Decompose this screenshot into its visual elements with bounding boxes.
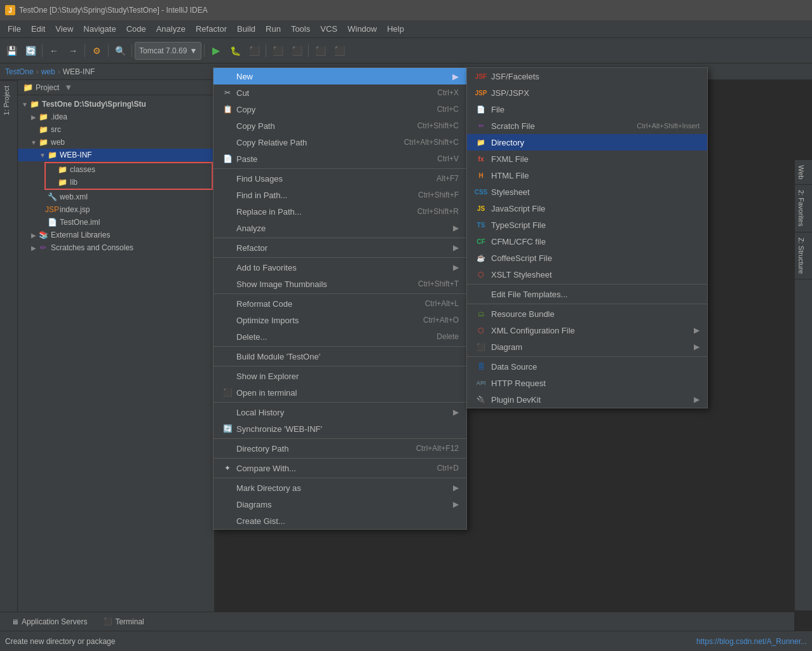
tree-item-testOne[interactable]: ▼ 📁 TestOne D:\Study\Spring\Stu	[18, 98, 214, 111]
ctx-diagrams-label: Diagrams	[236, 500, 450, 509]
tomcat-dropdown[interactable]: Tomcat 7.0.69 ▼	[135, 42, 201, 60]
ctx-reformat[interactable]: Reformat Code Ctrl+Alt+L	[213, 295, 466, 312]
forward-btn[interactable]: →	[64, 42, 82, 60]
sub-ts[interactable]: TS TypeScript File	[467, 217, 707, 233]
project-dropdown-arrow[interactable]: ▼	[64, 83, 72, 92]
sub-xslt[interactable]: ⬡ XSLT Stylesheet	[467, 266, 707, 283]
menu-edit[interactable]: Edit	[26, 22, 50, 36]
ctx-show-thumbnails[interactable]: Show Image Thumbnails Ctrl+Shift+T	[213, 276, 466, 292]
ctx-find-in-path[interactable]: Find in Path... Ctrl+Shift+F	[213, 187, 466, 203]
ctx-replace-in-path[interactable]: Replace in Path... Ctrl+Shift+R	[213, 203, 466, 220]
sub-cfml[interactable]: CF CFML/CFC file	[467, 233, 707, 250]
sub-edit-templates[interactable]: Edit File Templates...	[467, 286, 707, 302]
build-btn[interactable]: ⚙	[88, 42, 105, 60]
ctx-open-terminal[interactable]: ⬛ Open in terminal	[213, 384, 466, 401]
sub-data-source[interactable]: 🗄 Data Source	[467, 358, 707, 375]
ctx-find-usages-shortcut: Alt+F7	[436, 174, 459, 183]
ctx-compare[interactable]: ✦ Compare With... Ctrl+D	[213, 460, 466, 476]
ctx-paste[interactable]: 📄 Paste Ctrl+V	[213, 151, 466, 167]
menu-file[interactable]: File	[3, 22, 26, 36]
menu-refactor[interactable]: Refactor	[191, 22, 232, 36]
tree-item-web[interactable]: ▼ 📁 web	[18, 136, 214, 149]
thumbnails-icon	[221, 279, 234, 289]
ctx-copy-path[interactable]: Copy Path Ctrl+Shift+C	[213, 117, 466, 134]
more-btn[interactable]: ⬛	[311, 42, 329, 60]
sub-diagram[interactable]: ⬛ Diagram ▶	[467, 339, 707, 355]
ctx-cut[interactable]: ✂ Cut Ctrl+X	[213, 84, 466, 101]
profile-btn[interactable]: ⬛	[288, 42, 306, 60]
sub-fxml[interactable]: fx FXML File	[467, 151, 707, 167]
sub-plugin[interactable]: 🔌 Plugin DevKit ▶	[467, 391, 707, 408]
right-tab-structure[interactable]: Z: Structure	[795, 232, 812, 279]
vcs-btn[interactable]: ⬛	[330, 42, 348, 60]
ctx-create-gist[interactable]: Create Gist...	[213, 513, 466, 529]
menu-build[interactable]: Build	[232, 22, 261, 36]
ctx-show-explorer[interactable]: Show in Explorer	[213, 368, 466, 384]
menu-analyze[interactable]: Analyze	[151, 22, 191, 36]
menu-navigate[interactable]: Navigate	[78, 22, 121, 36]
ctx-local-history[interactable]: Local History ▶	[213, 404, 466, 420]
ctx-refactor[interactable]: Refactor ▶	[213, 239, 466, 256]
ctx-optimize[interactable]: Optimize Imports Ctrl+Alt+O	[213, 312, 466, 328]
menu-tools[interactable]: Tools	[286, 22, 315, 36]
breadcrumb-item-0[interactable]: TestOne	[5, 67, 34, 76]
tree-item-scratches[interactable]: ▶ ✏ Scratches and Consoles	[18, 241, 214, 254]
ctx-add-favorites[interactable]: Add to Favorites ▶	[213, 259, 466, 276]
sub-http-request[interactable]: API HTTP Request	[467, 375, 707, 391]
sub-scratch[interactable]: ✏ Scratch File Ctrl+Alt+Shift+Insert	[467, 117, 707, 134]
breadcrumb-item-2[interactable]: WEB-INF	[63, 67, 95, 76]
ctx-build-module[interactable]: Build Module 'TestOne'	[213, 348, 466, 365]
project-tab[interactable]: 1: Project	[0, 80, 17, 120]
sub-html[interactable]: H HTML File	[467, 167, 707, 184]
sub-css[interactable]: CSS Stylesheet	[467, 184, 707, 200]
build-module-icon	[221, 351, 234, 361]
tree-item-webxml[interactable]: ▶ 🔧 web.xml	[18, 191, 214, 203]
stop-btn[interactable]: ⬛	[245, 42, 263, 60]
menu-help[interactable]: Help	[382, 22, 409, 36]
right-tab-web[interactable]: Web	[795, 160, 812, 185]
sync-btn[interactable]: 🔄	[22, 42, 39, 60]
tree-item-lib[interactable]: ▶ 📁 lib	[46, 176, 212, 189]
menu-code[interactable]: Code	[121, 22, 151, 36]
tree-item-iml[interactable]: ▶ 📄 TestOne.iml	[18, 216, 214, 229]
back-btn[interactable]: ←	[45, 42, 63, 60]
ctx-diagrams[interactable]: Diagrams ▶	[213, 496, 466, 513]
sub-coffee[interactable]: ☕ CoffeeScript File	[467, 250, 707, 266]
tree-item-idea[interactable]: ▶ 📁 .idea	[18, 111, 214, 123]
sub-resource-bundle[interactable]: 🗂 Resource Bundle	[467, 305, 707, 322]
sub-jsf[interactable]: JSF JSF/Facelets	[467, 68, 707, 84]
tree-item-extlib[interactable]: ▶ 📚 External Libraries	[18, 229, 214, 241]
ctx-copy[interactable]: 📋 Copy Ctrl+C	[213, 101, 466, 117]
sub-jsp[interactable]: JSP JSP/JSPX	[467, 84, 707, 101]
breadcrumb-item-1[interactable]: web	[41, 67, 55, 76]
bottom-tab-terminal[interactable]: ⬛ Terminal	[96, 615, 151, 629]
sub-directory[interactable]: 📁 Directory	[467, 134, 707, 151]
bottom-tab-app-servers[interactable]: 🖥 Application Servers	[3, 615, 95, 629]
tree-item-indexjsp[interactable]: ▶ JSP index.jsp	[18, 203, 214, 216]
sub-xml-config[interactable]: ⬡ XML Configuration File ▶	[467, 322, 707, 339]
tree-item-classes[interactable]: ▶ 📁 classes	[46, 163, 212, 176]
sub-file[interactable]: 📄 File	[467, 101, 707, 117]
menu-view[interactable]: View	[50, 22, 78, 36]
tree-item-webinf[interactable]: ▼ 📁 WEB-INF	[18, 149, 214, 161]
run-btn[interactable]: ▶	[207, 42, 225, 60]
ctx-synchronize[interactable]: 🔄 Synchronize 'WEB-INF'	[213, 420, 466, 437]
debug-btn[interactable]: 🐛	[226, 42, 244, 60]
ctx-dir-path[interactable]: Directory Path Ctrl+Alt+F12	[213, 440, 466, 457]
ctx-find-usages[interactable]: Find Usages Alt+F7	[213, 170, 466, 187]
menu-vcs[interactable]: VCS	[315, 22, 342, 36]
sub-js[interactable]: JS JavaScript File	[467, 200, 707, 217]
ctx-analyze[interactable]: Analyze ▶	[213, 220, 466, 236]
menu-window[interactable]: Window	[342, 22, 382, 36]
save-btn[interactable]: 💾	[3, 42, 20, 60]
ctx-mark-dir[interactable]: Mark Directory as ▶	[213, 480, 466, 496]
tree-item-src[interactable]: ▶ 📁 src	[18, 123, 214, 136]
coverage-btn[interactable]: ⬛	[269, 42, 287, 60]
ctx-copy-rel-path[interactable]: Copy Relative Path Ctrl+Alt+Shift+C	[213, 134, 466, 151]
search-btn[interactable]: 🔍	[111, 42, 129, 60]
ctx-copy-shortcut: Ctrl+C	[437, 105, 459, 114]
ctx-header-new[interactable]: New ▶	[213, 68, 466, 84]
right-tab-favorites[interactable]: 2: Favorites	[795, 185, 812, 232]
ctx-delete[interactable]: Delete... Delete	[213, 328, 466, 345]
menu-run[interactable]: Run	[261, 22, 286, 36]
